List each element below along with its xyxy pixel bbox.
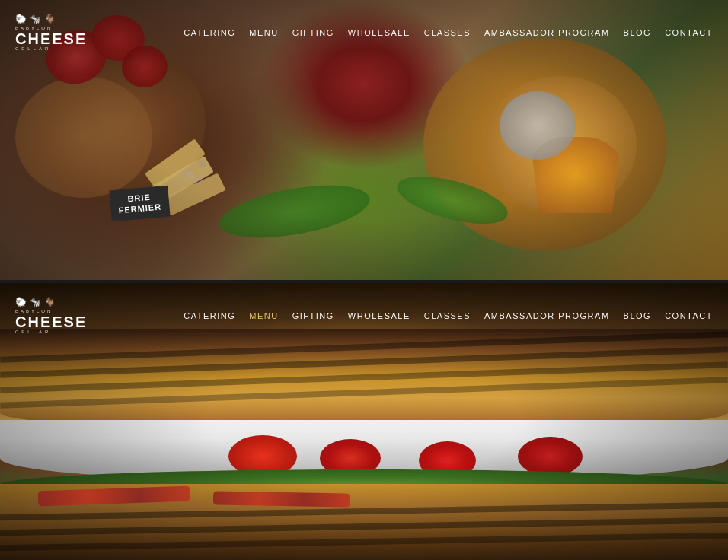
cow-icon: 🐄 [30, 14, 41, 24]
nav-menu-2[interactable]: MENU [249, 311, 278, 320]
goat-icon-2: 🐐 [44, 297, 56, 307]
nav-classes-1[interactable]: CLASSES [424, 28, 471, 37]
nav-menu-1[interactable]: MENU [249, 28, 278, 37]
nav-links-2: CATERING MENU GIFTING WHOLESALE CLASSES … [184, 311, 713, 320]
nav-links-1: CATERING MENU GIFTING WHOLESALE CLASSES … [184, 28, 713, 37]
nav-classes-2[interactable]: CLASSES [424, 311, 471, 320]
logo-cheese-2: CHEESE [15, 314, 87, 329]
nav-wholesale-2[interactable]: WHOLESALE [348, 311, 410, 320]
nav-ambassador-1[interactable]: AMBASSADOR PROGRAM [484, 28, 610, 37]
logo-cellar-2: CELLAR [15, 329, 51, 334]
panel-1: BRIE FERMIER 🐑 🐄 🐐 BABYLON CHEESE CELLAR… [0, 0, 728, 280]
sheep-icon: 🐑 [15, 14, 27, 24]
panel-2: 🐑 🐄 🐐 BABYLON CHEESE CELLAR CATERING MEN… [0, 283, 728, 560]
nav-wholesale-1[interactable]: WHOLESALE [348, 28, 410, 37]
nav-gifting-2[interactable]: GIFTING [292, 311, 334, 320]
logo-animals: 🐑 🐄 🐐 [15, 14, 56, 24]
nav-blog-1[interactable]: BLOG [624, 28, 652, 37]
nav-contact-2[interactable]: CONTACT [665, 311, 713, 320]
brie-label: BRIE FERMIER [109, 186, 170, 221]
logo-1[interactable]: 🐑 🐄 🐐 BABYLON CHEESE CELLAR [15, 14, 122, 51]
nav-blog-2[interactable]: BLOG [624, 311, 652, 320]
sheep-icon-2: 🐑 [15, 297, 27, 307]
navbar-1: 🐑 🐄 🐐 BABYLON CHEESE CELLAR CATERING MEN… [0, 0, 728, 65]
nav-catering-2[interactable]: CATERING [184, 311, 235, 320]
nav-gifting-1[interactable]: GIFTING [292, 28, 334, 37]
cow-icon-2: 🐄 [30, 297, 41, 307]
nav-catering-1[interactable]: CATERING [184, 28, 235, 37]
nav-ambassador-2[interactable]: AMBASSADOR PROGRAM [484, 311, 610, 320]
logo-2[interactable]: 🐑 🐄 🐐 BABYLON CHEESE CELLAR [15, 297, 122, 334]
goat-icon: 🐐 [44, 14, 56, 24]
nav-contact-1[interactable]: CONTACT [665, 28, 713, 37]
navbar-2: 🐑 🐄 🐐 BABYLON CHEESE CELLAR CATERING MEN… [0, 283, 728, 348]
logo-cellar: CELLAR [15, 46, 51, 51]
logo-cheese: CHEESE [15, 31, 87, 46]
logo-animals-2: 🐑 🐄 🐐 [15, 297, 56, 307]
